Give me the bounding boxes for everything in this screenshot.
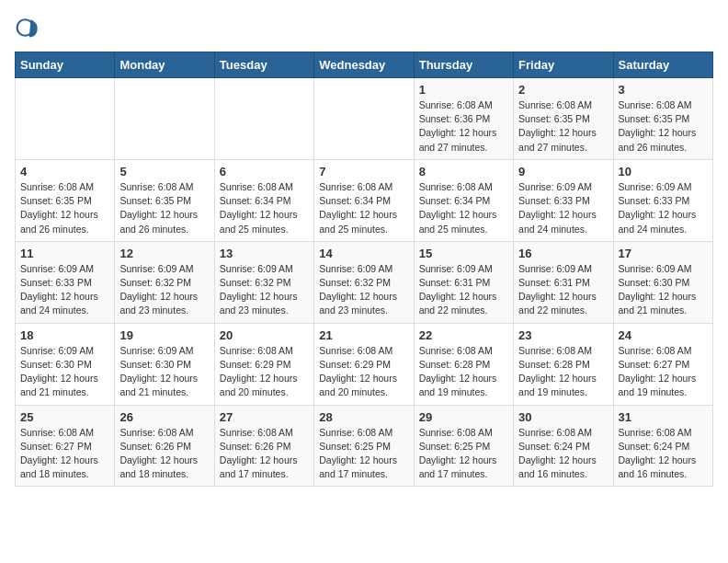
col-header-saturday: Saturday xyxy=(613,52,712,78)
day-info: Sunrise: 6:08 AM Sunset: 6:34 PM Dayligh… xyxy=(220,180,309,236)
day-number: 29 xyxy=(419,410,508,424)
calendar-cell: 16Sunrise: 6:09 AM Sunset: 6:31 PM Dayli… xyxy=(514,241,613,323)
col-header-friday: Friday xyxy=(514,52,613,78)
day-info: Sunrise: 6:08 AM Sunset: 6:24 PM Dayligh… xyxy=(619,426,708,482)
day-number: 12 xyxy=(119,247,209,260)
day-number: 9 xyxy=(518,165,608,178)
day-number: 15 xyxy=(419,247,508,260)
day-info: Sunrise: 6:08 AM Sunset: 6:27 PM Dayligh… xyxy=(20,426,109,482)
day-number: 4 xyxy=(20,165,109,178)
day-info: Sunrise: 6:09 AM Sunset: 6:30 PM Dayligh… xyxy=(119,344,209,400)
day-info: Sunrise: 6:08 AM Sunset: 6:24 PM Dayligh… xyxy=(518,426,608,482)
day-info: Sunrise: 6:08 AM Sunset: 6:27 PM Dayligh… xyxy=(619,344,708,400)
day-number: 28 xyxy=(319,410,408,424)
logo xyxy=(15,15,44,40)
day-info: Sunrise: 6:08 AM Sunset: 6:35 PM Dayligh… xyxy=(619,98,708,155)
day-info: Sunrise: 6:08 AM Sunset: 6:36 PM Dayligh… xyxy=(419,98,508,155)
day-number: 2 xyxy=(518,83,608,97)
day-info: Sunrise: 6:08 AM Sunset: 6:26 PM Dayligh… xyxy=(119,426,209,482)
day-number: 3 xyxy=(619,83,708,97)
day-info: Sunrise: 6:08 AM Sunset: 6:28 PM Dayligh… xyxy=(419,344,508,400)
day-number: 7 xyxy=(319,165,408,178)
calendar-cell: 10Sunrise: 6:09 AM Sunset: 6:33 PM Dayli… xyxy=(613,159,712,241)
day-info: Sunrise: 6:08 AM Sunset: 6:35 PM Dayligh… xyxy=(20,180,109,236)
calendar-cell: 12Sunrise: 6:09 AM Sunset: 6:32 PM Dayli… xyxy=(115,241,214,323)
col-header-wednesday: Wednesday xyxy=(314,52,414,78)
calendar-cell: 21Sunrise: 6:08 AM Sunset: 6:29 PM Dayli… xyxy=(314,323,414,405)
calendar-cell: 31Sunrise: 6:08 AM Sunset: 6:24 PM Dayli… xyxy=(613,405,712,487)
col-header-tuesday: Tuesday xyxy=(214,52,313,78)
col-header-sunday: Sunday xyxy=(16,52,115,78)
day-number: 30 xyxy=(518,410,608,424)
calendar-cell: 13Sunrise: 6:09 AM Sunset: 6:32 PM Dayli… xyxy=(214,241,313,323)
day-info: Sunrise: 6:08 AM Sunset: 6:25 PM Dayligh… xyxy=(419,426,508,482)
day-number: 11 xyxy=(20,247,109,260)
day-number: 16 xyxy=(518,247,608,260)
calendar-cell: 19Sunrise: 6:09 AM Sunset: 6:30 PM Dayli… xyxy=(115,323,214,405)
day-number: 21 xyxy=(319,328,408,342)
day-info: Sunrise: 6:09 AM Sunset: 6:30 PM Dayligh… xyxy=(619,262,708,318)
day-number: 8 xyxy=(419,165,508,178)
day-number: 22 xyxy=(419,328,508,342)
day-number: 26 xyxy=(119,410,209,424)
calendar-cell: 2Sunrise: 6:08 AM Sunset: 6:35 PM Daylig… xyxy=(514,78,613,160)
calendar-cell: 7Sunrise: 6:08 AM Sunset: 6:34 PM Daylig… xyxy=(314,159,414,241)
page-header xyxy=(15,15,713,40)
day-number: 6 xyxy=(220,165,309,178)
calendar-cell: 26Sunrise: 6:08 AM Sunset: 6:26 PM Dayli… xyxy=(115,405,214,487)
day-number: 25 xyxy=(20,410,109,424)
calendar-cell: 27Sunrise: 6:08 AM Sunset: 6:26 PM Dayli… xyxy=(214,405,313,487)
day-info: Sunrise: 6:09 AM Sunset: 6:33 PM Dayligh… xyxy=(619,180,708,236)
calendar-cell xyxy=(16,78,115,160)
calendar-cell: 22Sunrise: 6:08 AM Sunset: 6:28 PM Dayli… xyxy=(414,323,513,405)
day-info: Sunrise: 6:08 AM Sunset: 6:29 PM Dayligh… xyxy=(220,344,309,400)
calendar-cell: 18Sunrise: 6:09 AM Sunset: 6:30 PM Dayli… xyxy=(16,323,115,405)
day-number: 1 xyxy=(419,83,508,97)
day-info: Sunrise: 6:08 AM Sunset: 6:26 PM Dayligh… xyxy=(220,426,309,482)
day-number: 13 xyxy=(220,247,309,260)
day-number: 14 xyxy=(319,247,408,260)
day-info: Sunrise: 6:08 AM Sunset: 6:34 PM Dayligh… xyxy=(319,180,408,236)
day-info: Sunrise: 6:08 AM Sunset: 6:28 PM Dayligh… xyxy=(518,344,608,400)
day-info: Sunrise: 6:09 AM Sunset: 6:33 PM Dayligh… xyxy=(518,180,608,236)
calendar-cell: 28Sunrise: 6:08 AM Sunset: 6:25 PM Dayli… xyxy=(314,405,414,487)
calendar-cell xyxy=(214,78,313,160)
day-info: Sunrise: 6:09 AM Sunset: 6:30 PM Dayligh… xyxy=(20,344,109,400)
calendar-cell: 5Sunrise: 6:08 AM Sunset: 6:35 PM Daylig… xyxy=(115,159,214,241)
day-info: Sunrise: 6:08 AM Sunset: 6:35 PM Dayligh… xyxy=(119,180,209,236)
calendar-cell: 14Sunrise: 6:09 AM Sunset: 6:32 PM Dayli… xyxy=(314,241,414,323)
col-header-thursday: Thursday xyxy=(414,52,513,78)
day-info: Sunrise: 6:09 AM Sunset: 6:31 PM Dayligh… xyxy=(419,262,508,318)
day-info: Sunrise: 6:09 AM Sunset: 6:33 PM Dayligh… xyxy=(20,262,109,318)
day-info: Sunrise: 6:08 AM Sunset: 6:34 PM Dayligh… xyxy=(419,180,508,236)
calendar-cell: 8Sunrise: 6:08 AM Sunset: 6:34 PM Daylig… xyxy=(414,159,513,241)
calendar-cell xyxy=(115,78,214,160)
calendar-cell: 15Sunrise: 6:09 AM Sunset: 6:31 PM Dayli… xyxy=(414,241,513,323)
calendar-cell: 29Sunrise: 6:08 AM Sunset: 6:25 PM Dayli… xyxy=(414,405,513,487)
day-info: Sunrise: 6:08 AM Sunset: 6:29 PM Dayligh… xyxy=(319,344,408,400)
day-info: Sunrise: 6:09 AM Sunset: 6:32 PM Dayligh… xyxy=(319,262,408,318)
calendar-cell xyxy=(314,78,414,160)
calendar-cell: 6Sunrise: 6:08 AM Sunset: 6:34 PM Daylig… xyxy=(214,159,313,241)
day-number: 17 xyxy=(619,247,708,260)
day-info: Sunrise: 6:08 AM Sunset: 6:25 PM Dayligh… xyxy=(319,426,408,482)
day-number: 20 xyxy=(220,328,309,342)
day-number: 19 xyxy=(119,328,209,342)
calendar-cell: 25Sunrise: 6:08 AM Sunset: 6:27 PM Dayli… xyxy=(16,405,115,487)
calendar-cell: 20Sunrise: 6:08 AM Sunset: 6:29 PM Dayli… xyxy=(214,323,313,405)
calendar-cell: 4Sunrise: 6:08 AM Sunset: 6:35 PM Daylig… xyxy=(16,159,115,241)
day-number: 18 xyxy=(20,328,109,342)
calendar-cell: 1Sunrise: 6:08 AM Sunset: 6:36 PM Daylig… xyxy=(414,78,513,160)
day-info: Sunrise: 6:09 AM Sunset: 6:32 PM Dayligh… xyxy=(119,262,209,318)
calendar-cell: 11Sunrise: 6:09 AM Sunset: 6:33 PM Dayli… xyxy=(16,241,115,323)
day-number: 5 xyxy=(119,165,209,178)
calendar-cell: 3Sunrise: 6:08 AM Sunset: 6:35 PM Daylig… xyxy=(613,78,712,160)
logo-icon xyxy=(15,15,40,40)
calendar-cell: 17Sunrise: 6:09 AM Sunset: 6:30 PM Dayli… xyxy=(613,241,712,323)
day-number: 24 xyxy=(619,328,708,342)
col-header-monday: Monday xyxy=(115,52,214,78)
day-number: 27 xyxy=(220,410,309,424)
calendar-cell: 30Sunrise: 6:08 AM Sunset: 6:24 PM Dayli… xyxy=(514,405,613,487)
day-number: 31 xyxy=(619,410,708,424)
day-info: Sunrise: 6:09 AM Sunset: 6:31 PM Dayligh… xyxy=(518,262,608,318)
